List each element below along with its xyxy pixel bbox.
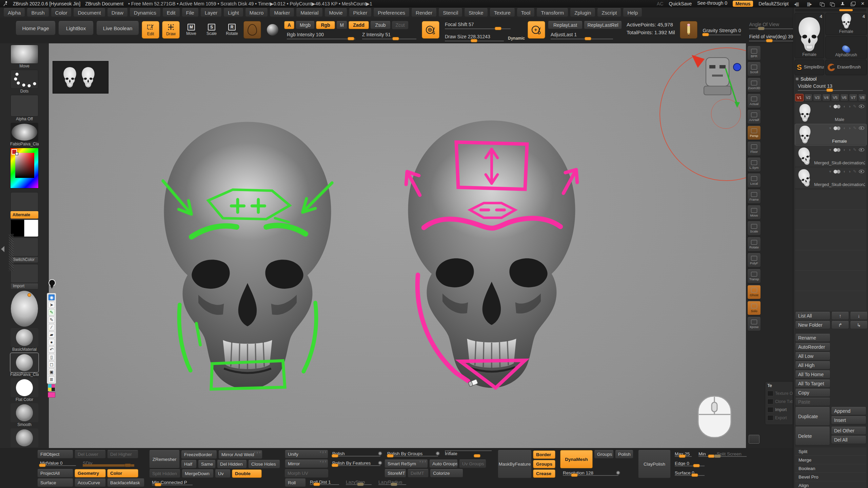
bottom-shelf-control[interactable]: Morph UV — [285, 469, 328, 477]
bottom-shelf-button[interactable]: Uv — [215, 469, 231, 478]
bottom-shelf-control[interactable]: Roll Dist 1 — [307, 479, 342, 487]
menu-item[interactable]: Texture — [490, 8, 515, 17]
visible-count-slider[interactable]: Visible Count 13 — [795, 83, 866, 93]
current-alpha-slot[interactable] — [243, 21, 261, 39]
delete-button[interactable]: Delete — [795, 427, 830, 445]
shelf-nav-button[interactable]: Live Boolean — [96, 21, 139, 35]
bottom-shelf-control[interactable]: Polish By Groups — [384, 450, 441, 459]
subtool-action-button[interactable]: Rename — [795, 334, 830, 342]
right-shelf-button[interactable]: L.Sym — [747, 158, 761, 172]
bottom-shelf-button[interactable]: Mirror And Weld — [218, 450, 262, 459]
highlighter-icon[interactable]: ✎ — [48, 317, 55, 323]
uv-icon[interactable]: ◐ — [843, 126, 846, 130]
subtool-wide-button[interactable]: Split — [795, 447, 866, 456]
paint-mode-button[interactable]: Zcut — [392, 21, 408, 29]
subtool-wide-button[interactable]: Boolean — [795, 464, 866, 473]
subtool-wide-button[interactable]: Merge — [795, 456, 866, 464]
draw-size-slider[interactable]: Draw Size 228.31243 — [442, 33, 507, 43]
mask-by-feature-option[interactable]: Border — [533, 450, 555, 459]
tray-right-icon[interactable]: ||||▸ — [807, 2, 814, 6]
bottom-shelf-button[interactable]: Color — [107, 469, 138, 477]
active-color-swatch[interactable] — [48, 392, 55, 398]
tray-item[interactable]: Smooth — [10, 403, 39, 427]
menu-item[interactable]: Material — [296, 8, 323, 17]
Female[interactable]: ▾ ◐ ◑ ✎ Female — [795, 124, 866, 145]
clay-polish-slider[interactable]: Min — [696, 450, 713, 459]
menu-item[interactable]: Preferences — [373, 8, 410, 17]
texture-panel-item[interactable]: Import — [767, 406, 793, 413]
mask-by-feature-option[interactable]: Crease — [533, 469, 555, 478]
bottom-shelf-button[interactable]: Double — [232, 469, 262, 478]
menu-item[interactable]: Transform — [536, 8, 568, 17]
polypaint-icon[interactable] — [833, 148, 841, 152]
paintbrush-icon[interactable]: ✎ — [853, 147, 856, 152]
dynamesh-option[interactable]: Polish — [615, 450, 633, 459]
version-tab[interactable]: V7 — [849, 94, 857, 101]
tray-item[interactable]: Dots — [10, 70, 39, 94]
del-other-button[interactable]: Del Other — [831, 427, 866, 435]
Merged_Skull-decimation2[interactable]: ▾ ◐ ◑ ✎ Merged_Skull-decimation2 — [795, 146, 866, 167]
bottom-shelf-button[interactable]: Geometry — [75, 469, 106, 477]
bottom-shelf-slider[interactable]: SDiv — [80, 460, 137, 468]
visibility-eye-icon[interactable] — [859, 148, 864, 151]
replay-button[interactable]: ReplayLast — [548, 21, 583, 29]
bottom-shelf-control[interactable]: LazyRadius — [376, 479, 409, 487]
edit-mode-button[interactable]: Edit — [142, 21, 159, 39]
color-grid-icon[interactable] — [48, 384, 55, 391]
right-shelf-button[interactable]: Scale — [747, 221, 761, 236]
subtool-wide-button[interactable]: Bevel Pro — [795, 473, 866, 481]
tray-item[interactable]: Flat Color — [10, 378, 39, 402]
subtool-action-button[interactable]: Copy — [795, 389, 830, 397]
recent-tool-slot[interactable]: 4 Female — [825, 13, 867, 35]
bottom-shelf-button[interactable]: Surface — [37, 479, 73, 487]
right-shelf-button[interactable]: AAHalf — [747, 110, 761, 124]
bottom-shelf-slider[interactable]: MidValue 0 — [37, 460, 79, 468]
bottom-shelf-button[interactable]: Del Hidden — [217, 460, 247, 468]
right-shelf-button[interactable]: Zoom3D — [747, 78, 761, 92]
clay-polish-slider[interactable]: Edge 0 — [672, 460, 707, 468]
new-folder-button[interactable]: New Folder — [795, 321, 830, 329]
subtool-action-button[interactable]: All To Home — [795, 370, 830, 379]
subtool-action-button[interactable]: All Low — [795, 352, 830, 360]
polypaint-icon[interactable] — [833, 126, 841, 130]
z-intensity-slider[interactable]: Z Intensity 51 — [359, 31, 419, 41]
folder-arrow-icon[interactable]: ▾ — [829, 104, 831, 109]
menu-item[interactable]: Picker — [349, 8, 372, 17]
replay-selector-button[interactable]: D — [528, 21, 545, 39]
folder-arrow-icon[interactable]: ▾ — [829, 126, 831, 130]
bottom-shelf-button[interactable]: AccuCurve — [75, 479, 106, 487]
dynamesh-button[interactable]: DynaMesh — [560, 450, 593, 468]
tray-collapse-icon[interactable] — [1, 246, 4, 252]
right-shelf-button[interactable]: Scroll — [747, 62, 761, 76]
bottom-shelf-control[interactable]: Uv Groups — [459, 460, 486, 468]
shelf-nav-button[interactable]: LightBox — [58, 21, 94, 35]
eraserbrush-slot[interactable]: EraserBrush — [825, 60, 867, 75]
palette-scrollbar[interactable] — [795, 9, 866, 12]
move-in-icon[interactable]: ↳ — [850, 321, 868, 329]
bottom-shelf-control[interactable]: Smart ReSym — [384, 460, 428, 468]
version-tab-active[interactable]: V1 — [795, 94, 804, 101]
trash-icon[interactable]: ▯ — [48, 354, 55, 360]
document-thumbnail[interactable] — [53, 61, 108, 94]
right-shelf-button[interactable]: Transp — [747, 269, 761, 283]
dynamesh-option[interactable]: Groups — [594, 450, 614, 459]
right-shelf-button[interactable]: Move — [747, 205, 761, 220]
replay-button[interactable]: ReplayLastRel — [584, 21, 622, 29]
menu-item[interactable]: Document — [73, 8, 105, 17]
menus-toggle[interactable]: Menus — [733, 1, 753, 7]
menu-item[interactable]: Zscript — [597, 8, 621, 17]
draw-mode-button[interactable]: Draw — [162, 21, 180, 39]
texture-panel-item[interactable]: Texture On — [767, 390, 793, 397]
bottom-shelf-control[interactable]: Unify — [285, 450, 328, 459]
bottom-shelf-control[interactable]: Inflate — [442, 450, 493, 459]
gravity-strength-slider[interactable]: Gravity Strength 0 — [700, 27, 744, 37]
visibility-eye-icon[interactable] — [859, 170, 864, 173]
subtool-action-button[interactable]: All High — [795, 361, 830, 369]
main-secondary-swatches[interactable] — [10, 220, 39, 237]
bottom-shelf-button[interactable]: Del Lower — [75, 450, 106, 459]
polypaint-icon[interactable] — [833, 105, 841, 108]
bottom-shelf-button[interactable]: FreezeBorder — [181, 450, 217, 459]
menu-item[interactable]: Movie — [324, 8, 347, 17]
tray-item[interactable]: SwitchColor — [10, 238, 39, 263]
menu-item[interactable]: File — [182, 8, 199, 17]
